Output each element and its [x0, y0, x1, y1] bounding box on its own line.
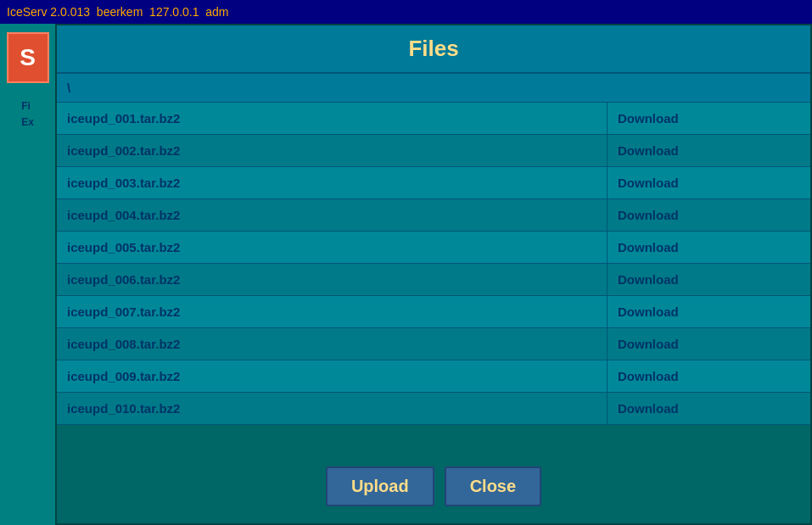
user-role: adm: [205, 5, 228, 19]
table-row: iceupd_004.tar.bz2Download: [57, 199, 810, 232]
file-download-cell: Download: [607, 167, 810, 198]
path-row: \: [57, 74, 810, 103]
file-download-cell: Download: [607, 135, 810, 166]
table-row: iceupd_007.tar.bz2Download: [57, 296, 810, 328]
sidebar-files-link[interactable]: Fi: [21, 100, 34, 112]
download-link[interactable]: Download: [618, 240, 679, 254]
file-name: iceupd_003.tar.bz2: [57, 167, 607, 198]
close-button[interactable]: Close: [445, 466, 541, 506]
modal-overlay: Files \ iceupd_001.tar.bz2Downloadiceupd…: [55, 24, 812, 525]
app-name: IceServ 2.0.013: [7, 5, 90, 19]
file-name: iceupd_004.tar.bz2: [57, 199, 607, 231]
ip-address: 127.0.0.1: [149, 5, 199, 19]
file-download-cell: Download: [607, 328, 810, 360]
file-name: iceupd_008.tar.bz2: [57, 328, 607, 360]
file-name: iceupd_009.tar.bz2: [57, 360, 607, 392]
download-link[interactable]: Download: [618, 176, 679, 190]
file-download-cell: Download: [607, 360, 810, 392]
top-bar: IceServ 2.0.013 beerkem 127.0.0.1 adm: [0, 0, 812, 24]
file-name: iceupd_005.tar.bz2: [57, 232, 607, 263]
files-list: iceupd_001.tar.bz2Downloadiceupd_002.tar…: [57, 103, 810, 425]
download-link[interactable]: Download: [618, 208, 679, 222]
sidebar-logo: S: [7, 32, 49, 83]
table-row: iceupd_006.tar.bz2Download: [57, 264, 810, 296]
file-name: iceupd_007.tar.bz2: [57, 296, 607, 327]
table-row: iceupd_005.tar.bz2Download: [57, 232, 810, 264]
sidebar: S Fi Ex: [0, 24, 55, 525]
download-link[interactable]: Download: [618, 143, 679, 158]
upload-button[interactable]: Upload: [326, 466, 434, 506]
table-row: iceupd_001.tar.bz2Download: [57, 103, 810, 135]
download-link[interactable]: Download: [618, 111, 679, 126]
file-download-cell: Download: [607, 393, 810, 424]
file-download-cell: Download: [607, 296, 810, 327]
file-download-cell: Download: [607, 199, 810, 231]
sidebar-links: Fi Ex: [17, 96, 38, 132]
sidebar-exit-link[interactable]: Ex: [21, 116, 34, 128]
table-row: iceupd_003.tar.bz2Download: [57, 167, 810, 199]
download-link[interactable]: Download: [618, 337, 679, 351]
file-name: iceupd_006.tar.bz2: [57, 264, 607, 295]
table-row: iceupd_008.tar.bz2Download: [57, 328, 810, 360]
modal-title: Files: [408, 36, 458, 61]
file-name: iceupd_001.tar.bz2: [57, 103, 607, 134]
username: beerkem: [97, 5, 143, 19]
modal-header: Files: [57, 25, 810, 74]
file-name: iceupd_010.tar.bz2: [57, 393, 607, 424]
download-link[interactable]: Download: [618, 369, 679, 383]
file-download-cell: Download: [607, 103, 810, 134]
file-download-cell: Download: [607, 232, 810, 263]
file-name: iceupd_002.tar.bz2: [57, 135, 607, 166]
table-row: iceupd_010.tar.bz2Download: [57, 393, 810, 425]
modal-footer: Upload Close: [57, 466, 810, 506]
top-bar-text: IceServ 2.0.013 beerkem 127.0.0.1 adm: [7, 5, 229, 19]
file-download-cell: Download: [607, 264, 810, 295]
table-row: iceupd_009.tar.bz2Download: [57, 360, 810, 393]
download-link[interactable]: Download: [618, 304, 679, 319]
download-link[interactable]: Download: [618, 272, 679, 287]
download-link[interactable]: Download: [618, 401, 679, 416]
table-row: iceupd_002.tar.bz2Download: [57, 135, 810, 167]
